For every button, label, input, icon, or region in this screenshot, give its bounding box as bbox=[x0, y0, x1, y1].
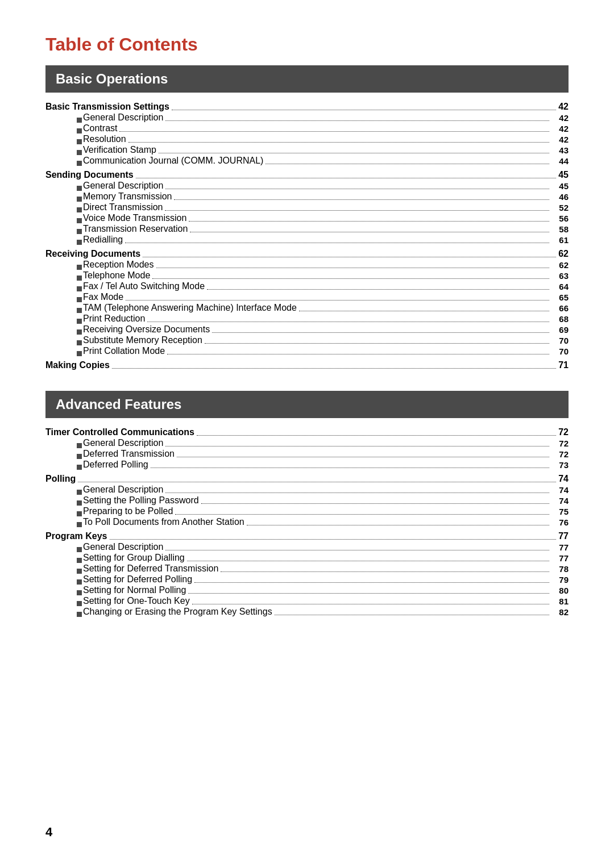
toc-sub-label: Reception Modes bbox=[83, 260, 154, 270]
toc-page-num: 66 bbox=[551, 303, 569, 313]
toc-sub-entry: Print Reduction68 bbox=[45, 314, 569, 324]
toc-page-num: 43 bbox=[551, 145, 569, 155]
bullet-icon bbox=[77, 150, 82, 155]
toc-sub-label: General Description bbox=[83, 438, 163, 448]
toc-dots bbox=[165, 446, 549, 446]
bullet-icon bbox=[77, 128, 82, 133]
toc-dots bbox=[165, 493, 549, 493]
toc-dots bbox=[194, 582, 549, 583]
toc-sub-entry: Setting for Deferred Polling79 bbox=[45, 574, 569, 585]
toc-main-entry-timer-controlled: Timer Controlled Communications72 bbox=[45, 424, 569, 437]
toc-dots bbox=[167, 354, 549, 354]
toc-sub-entry: General Description77 bbox=[45, 542, 569, 552]
toc-dots bbox=[151, 468, 549, 468]
bullet-icon bbox=[77, 612, 82, 617]
toc-sub-label: Setting the Polling Password bbox=[83, 495, 199, 506]
bullet-icon bbox=[77, 443, 82, 448]
toc-main-label: Sending Documents bbox=[45, 170, 134, 180]
toc-page-num: 73 bbox=[551, 460, 569, 470]
toc-sub-entry: Telephone Mode63 bbox=[45, 270, 569, 281]
toc-dots bbox=[110, 539, 557, 540]
toc-sub-label: Fax Mode bbox=[83, 292, 123, 302]
toc-page-num: 82 bbox=[551, 607, 569, 617]
toc-page-num: 58 bbox=[551, 224, 569, 234]
toc-page-num: 62 bbox=[558, 249, 569, 259]
toc-page-num: 74 bbox=[551, 485, 569, 495]
bullet-icon bbox=[77, 186, 82, 191]
toc-sub-entry: Voice Mode Transmission56 bbox=[45, 213, 569, 223]
bullet-icon bbox=[77, 522, 82, 527]
toc-main-entry-sending-documents: Sending Documents45 bbox=[45, 166, 569, 180]
toc-sub-entry: To Poll Documents from Another Station76 bbox=[45, 517, 569, 527]
toc-sub-label: Deferred Polling bbox=[83, 460, 148, 470]
toc-dots bbox=[188, 593, 549, 594]
toc-main-entry-basic-transmission: Basic Transmission Settings42 bbox=[45, 98, 569, 112]
toc-sub-label: Voice Mode Transmission bbox=[83, 213, 186, 223]
section-header-basic-operations: Basic Operations bbox=[45, 65, 569, 93]
section-header-advanced-features: Advanced Features bbox=[45, 391, 569, 418]
toc-main-entry-making-copies: Making Copies71 bbox=[45, 357, 569, 370]
toc-sub-label: Contrast bbox=[83, 123, 117, 133]
toc-dots bbox=[201, 503, 549, 504]
toc-page-num: 63 bbox=[551, 271, 569, 281]
toc-sub-entry: Receiving Oversize Documents69 bbox=[45, 324, 569, 335]
toc-page-num: 79 bbox=[551, 575, 569, 585]
toc-sub-entry: Transmission Reservation58 bbox=[45, 224, 569, 234]
toc-sub-label: Substitute Memory Reception bbox=[83, 335, 202, 345]
toc-sub-label: Preparing to be Polled bbox=[83, 506, 173, 516]
toc-page-num: 65 bbox=[551, 293, 569, 302]
toc-page-num: 76 bbox=[551, 518, 569, 527]
bullet-icon bbox=[77, 351, 82, 356]
bullet-icon bbox=[77, 308, 82, 313]
section-basic-operations: Basic Transmission Settings42General Des… bbox=[45, 98, 569, 370]
bullet-icon bbox=[77, 511, 82, 516]
toc-sub-entry: TAM (Telephone Answering Machine) Interf… bbox=[45, 303, 569, 313]
toc-dots bbox=[136, 178, 557, 178]
toc-page-num: 56 bbox=[551, 214, 569, 223]
toc-sub-label: Fax / Tel Auto Switching Mode bbox=[83, 281, 205, 291]
toc-page-num: 42 bbox=[551, 113, 569, 123]
bullet-icon bbox=[77, 118, 82, 123]
toc-sub-entry: Verification Stamp43 bbox=[45, 145, 569, 155]
toc-dots bbox=[156, 268, 549, 268]
toc-sub-label: To Poll Documents from Another Station bbox=[83, 517, 244, 527]
footer-page-number: 4 bbox=[45, 825, 52, 840]
toc-dots bbox=[165, 120, 549, 121]
toc-sub-entry: Deferred Polling73 bbox=[45, 460, 569, 470]
toc-sub-label: Print Reduction bbox=[83, 314, 145, 324]
toc-dots bbox=[165, 550, 549, 550]
toc-sub-entry: General Description45 bbox=[45, 181, 569, 191]
toc-sub-entry: Direct Transmission52 bbox=[45, 202, 569, 212]
toc-sub-label: Deferred Transmission bbox=[83, 449, 175, 459]
toc-page-num: 75 bbox=[551, 507, 569, 516]
toc-sub-entry: Setting for One-Touch Key81 bbox=[45, 596, 569, 606]
bullet-icon bbox=[77, 207, 82, 212]
toc-sub-entry: General Description74 bbox=[45, 485, 569, 495]
toc-page-num: 68 bbox=[551, 314, 569, 324]
section-advanced-features: Timer Controlled Communications72General… bbox=[45, 424, 569, 617]
toc-dots bbox=[299, 311, 549, 311]
toc-page-num: 78 bbox=[551, 564, 569, 574]
toc-page-num: 77 bbox=[558, 531, 569, 541]
bullet-icon bbox=[77, 265, 82, 270]
toc-dots bbox=[197, 435, 556, 436]
toc-dots bbox=[147, 322, 549, 322]
toc-sub-entry: Fax / Tel Auto Switching Mode64 bbox=[45, 281, 569, 291]
bullet-icon bbox=[77, 197, 82, 202]
bullet-icon bbox=[77, 340, 82, 345]
bullet-icon bbox=[77, 229, 82, 234]
toc-sub-label: Transmission Reservation bbox=[83, 224, 188, 234]
toc-sub-label: Setting for Group Dialling bbox=[83, 553, 185, 563]
toc-page-num: 74 bbox=[558, 474, 569, 484]
toc-page-num: 42 bbox=[551, 124, 569, 133]
toc-main-label: Program Keys bbox=[45, 531, 107, 541]
bullet-icon bbox=[77, 218, 82, 223]
toc-main-label: Receiving Documents bbox=[45, 249, 140, 259]
toc-page-num: 80 bbox=[551, 586, 569, 595]
toc-sub-entry: Substitute Memory Reception70 bbox=[45, 335, 569, 345]
toc-sub-entry: General Description72 bbox=[45, 438, 569, 448]
bullet-icon bbox=[77, 454, 82, 459]
toc-main-label: Making Copies bbox=[45, 360, 110, 370]
toc-sub-entry: Setting for Deferred Transmission78 bbox=[45, 564, 569, 574]
bullet-icon bbox=[77, 329, 82, 335]
